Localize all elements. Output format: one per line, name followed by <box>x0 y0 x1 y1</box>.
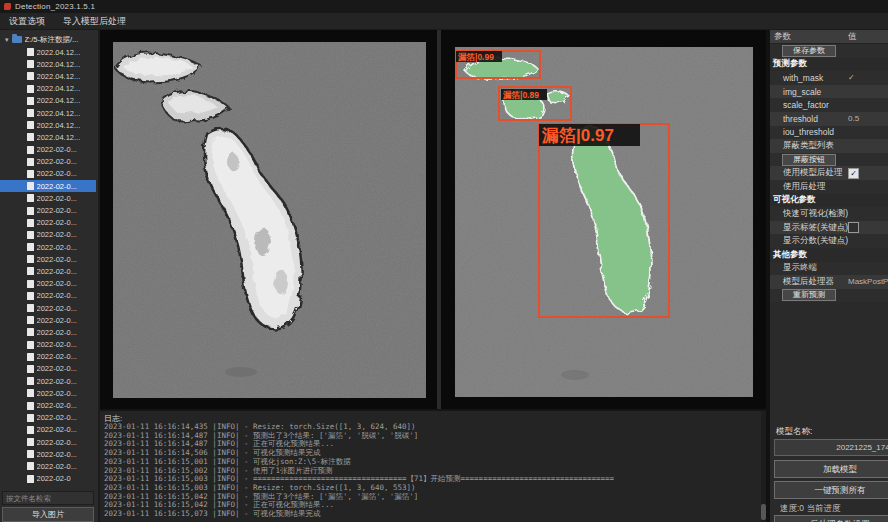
file-item-label: 2022.04.12... <box>37 48 81 57</box>
file-item[interactable]: 2022-02-0... <box>0 314 96 326</box>
file-item-label: 2022-02-0... <box>37 462 77 471</box>
file-item[interactable]: 2022-02-0... <box>0 399 96 411</box>
file-icon <box>27 450 34 458</box>
file-item-label: 2022-02-0... <box>37 279 77 288</box>
postprocess-settings-button[interactable]: 后处理参数设置 <box>774 515 888 522</box>
file-item[interactable]: 2022-02-0... <box>0 460 96 472</box>
tree-root[interactable]: ▾ Z:/5-标注数据/... <box>0 33 96 46</box>
file-item[interactable]: 2022-02-0 <box>0 473 96 485</box>
file-item-label: 2022-02-0... <box>37 352 77 361</box>
file-icon <box>27 316 34 324</box>
file-item[interactable]: 2022-02-0... <box>0 424 96 436</box>
file-icon <box>27 365 34 373</box>
file-item[interactable]: 2022-02-0... <box>0 436 96 448</box>
center-area: 漏箔|0.99 漏箔|0.89 漏箔|0.97 日志: 2023-01-11 1… <box>100 30 766 522</box>
param-row: 显示标签(关键点) <box>770 221 888 235</box>
app-window: { "window": { "title": "Detection_2023.1… <box>0 0 888 522</box>
folder-icon <box>12 36 22 43</box>
file-item[interactable]: 2022-02-0... <box>0 278 96 290</box>
file-item[interactable]: 2022-02-0... <box>0 229 96 241</box>
detection-label-2: 漏箔|0.89 <box>502 90 539 100</box>
file-item[interactable]: 2022-02-0... <box>0 192 96 204</box>
file-item[interactable]: 2022-02-0... <box>0 265 96 277</box>
param-checkbox[interactable]: ✓ <box>848 168 859 179</box>
file-icon <box>27 280 34 288</box>
file-item[interactable]: 2022-02-0... <box>0 412 96 424</box>
menu-import-postprocess[interactable]: 导入模型后处理 <box>63 15 126 28</box>
search-input[interactable] <box>2 491 94 505</box>
param-button[interactable]: 保存参数 <box>782 45 836 57</box>
param-section-header: 预测参数 <box>770 58 888 72</box>
file-item[interactable]: 2022-02-0... <box>0 217 96 229</box>
expand-arrow-icon[interactable]: ▾ <box>5 36 9 43</box>
file-item-label: 2022.04.12... <box>37 109 81 118</box>
file-item-label: 2022-02-0 <box>37 474 71 483</box>
file-item-label: 2022-02-0... <box>37 401 77 410</box>
file-item-label: 2022.04.12... <box>37 60 81 69</box>
file-item[interactable]: 2022-02-0... <box>0 387 96 399</box>
value-col-header: 值 <box>848 31 857 43</box>
file-item[interactable]: 2022.04.12... <box>0 131 96 143</box>
parameter-panel: 参数 值 保存参数预测参数with_mask✓img_scalescale_fa… <box>766 30 888 522</box>
file-item[interactable]: 2022-02-0... <box>0 363 96 375</box>
original-image <box>113 42 426 398</box>
model-name-field[interactable]: 20221225_174813 <box>774 439 888 456</box>
file-item[interactable]: 2022.04.12... <box>0 119 96 131</box>
file-item-label: 2022-02-0... <box>37 255 77 264</box>
load-model-button[interactable]: 加载模型 <box>774 460 888 478</box>
file-item[interactable]: 2022.04.12... <box>0 58 96 70</box>
param-section-label: 预测参数 <box>770 58 888 70</box>
param-button[interactable]: 重新预测 <box>782 289 836 301</box>
param-col-header: 参数 <box>770 31 848 43</box>
file-icon <box>27 85 34 93</box>
file-item-label: 2022-02-0... <box>37 291 77 300</box>
file-sidebar: ▾ Z:/5-标注数据/... 2022.04.12...2022.04.12.… <box>0 30 100 522</box>
file-icon <box>27 170 34 178</box>
file-item-label: 2022-02-0... <box>37 425 77 434</box>
file-icon <box>27 182 34 190</box>
file-item[interactable]: 2022-02-0... <box>0 326 96 338</box>
file-item-label: 2022-02-0... <box>37 450 77 459</box>
file-icon <box>27 194 34 202</box>
param-row: scale_factor <box>770 98 888 112</box>
file-item[interactable]: 2022.04.12... <box>0 95 96 107</box>
file-item[interactable]: 2022.04.12... <box>0 83 96 95</box>
file-icon <box>27 207 34 215</box>
file-item[interactable]: 2022-02-0... <box>0 375 96 387</box>
file-icon <box>27 462 34 470</box>
tree-root-label: Z:/5-标注数据/... <box>25 35 79 45</box>
param-label: 显示终端 <box>770 262 848 274</box>
file-icon <box>27 402 34 410</box>
file-item-label: 2022-02-0... <box>37 328 77 337</box>
file-item[interactable]: 2022-02-0... <box>0 253 96 265</box>
file-item[interactable]: 2022.04.12... <box>0 70 96 82</box>
predict-all-button[interactable]: 一键预测所有 <box>774 481 888 499</box>
file-item[interactable]: 2022-02-0... <box>0 144 96 156</box>
menu-settings[interactable]: 设置选项 <box>9 15 45 28</box>
file-item-label: 2022-02-0... <box>37 413 77 422</box>
file-item-label: 2022-02-0... <box>37 316 77 325</box>
file-item[interactable]: 2022-02-0... <box>0 302 96 314</box>
param-button[interactable]: 屏蔽按钮 <box>782 154 836 166</box>
log-line: 2023-01-11 16:16:15,073 |INFO| - 可视化预测结果… <box>104 510 766 519</box>
file-item[interactable]: 2022-02-0... <box>0 180 96 192</box>
file-item[interactable]: 2022.04.12... <box>0 107 96 119</box>
image-panels: 漏箔|0.99 漏箔|0.89 漏箔|0.97 <box>100 30 766 409</box>
file-item[interactable]: 2022-02-0... <box>0 290 96 302</box>
param-row: 快速可视化(检测) <box>770 207 888 221</box>
file-item-label: 2022-02-0... <box>37 243 77 252</box>
param-label: 显示标签(关键点) <box>770 222 848 234</box>
file-item[interactable]: 2022.04.12... <box>0 46 96 58</box>
file-item[interactable]: 2022-02-0... <box>0 241 96 253</box>
file-item[interactable]: 2022-02-0... <box>0 204 96 216</box>
file-item-label: 2022.04.12... <box>37 72 81 81</box>
file-item[interactable]: 2022-02-0... <box>0 351 96 363</box>
param-checkbox[interactable] <box>848 222 859 233</box>
original-image-panel <box>100 30 437 409</box>
param-row: 使用后处理 <box>770 180 888 194</box>
file-item[interactable]: 2022-02-0... <box>0 339 96 351</box>
import-images-button[interactable]: 导入图片 <box>2 507 94 522</box>
file-item[interactable]: 2022-02-0... <box>0 168 96 180</box>
file-item[interactable]: 2022-02-0... <box>0 448 96 460</box>
file-item[interactable]: 2022-02-0... <box>0 156 96 168</box>
